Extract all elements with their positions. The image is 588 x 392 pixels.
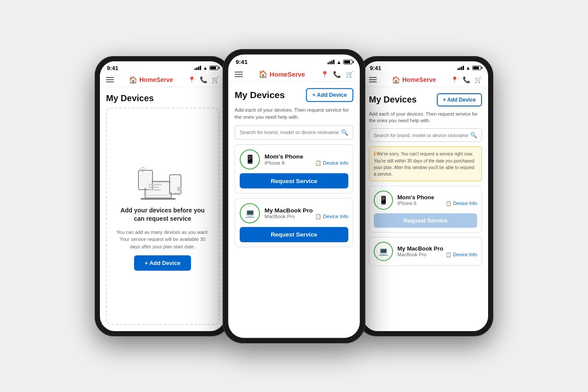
- status-bar-1: 9:41 ▲: [100, 61, 225, 73]
- status-icons-3: ▲: [457, 65, 481, 71]
- add-device-button-3[interactable]: + Add Device: [437, 93, 482, 106]
- logo-icon-3: 🏠: [392, 76, 400, 84]
- signal-icon-2: [328, 59, 335, 64]
- nav-bar-2: 🏠 HomeServe 📍 📞 🛒: [228, 67, 360, 81]
- device-name-2-2: My MacBook Pro: [265, 206, 348, 213]
- logo-icon-1: 🏠: [129, 76, 138, 84]
- search-bar-2[interactable]: 🔍: [235, 125, 354, 140]
- device-info-icon-2-1: 📋: [315, 159, 322, 166]
- device-info-3-1: Mom's Phone iPhone 8 📋 Device Info: [397, 194, 477, 206]
- cart-icon-2[interactable]: 🛒: [346, 70, 354, 78]
- device-info-2-1: Mom's Phone iPhone 8 📋 Device Info: [265, 153, 348, 166]
- request-service-btn-3-1: Request Service: [374, 213, 477, 228]
- svg-rect-2: [141, 198, 176, 200]
- device-info-2-2: My MacBook Pro MacBook Pro 📋 Device Info: [265, 206, 348, 219]
- device-info-icon-3-1: 📋: [446, 201, 452, 206]
- search-icon-2: 🔍: [341, 129, 348, 136]
- signal-icon-1: [195, 66, 201, 70]
- page-header-3: My Devices + Add Device: [369, 93, 482, 106]
- device-model-2-2: MacBook Pro: [265, 214, 295, 219]
- device-icon-3-2: 💻: [374, 242, 393, 261]
- page-header-1: My Devices: [106, 93, 219, 103]
- add-device-button-empty[interactable]: + Add Device: [134, 255, 191, 271]
- device-name-3-2: My MacBook Pro: [397, 245, 477, 252]
- warning-banner: ℹ We're sorry. You can't request a servi…: [369, 146, 482, 181]
- menu-button-3[interactable]: [369, 77, 377, 82]
- nav-bar-3: 🏠 HomeServe 📍 📞 🛒: [363, 73, 488, 87]
- device-model-3-1: iPhone 8: [397, 201, 416, 206]
- location-icon-2[interactable]: 📍: [321, 70, 329, 78]
- status-bar-2: 9:41 ▲: [228, 54, 360, 67]
- status-time-1: 9:41: [107, 65, 118, 71]
- search-input-3[interactable]: [374, 133, 470, 138]
- device-card-header-2-2: 💻 My MacBook Pro MacBook Pro 📋 Device In…: [240, 203, 348, 223]
- location-icon-3[interactable]: 📍: [451, 76, 458, 83]
- empty-subtitle: You can add as many devices as you want.…: [116, 229, 209, 251]
- device-icon-3-1: 📱: [374, 191, 393, 210]
- screen-content-1: My Devices: [100, 87, 225, 331]
- device-card-2-2: 💻 My MacBook Pro MacBook Pro 📋 Device In…: [235, 198, 354, 247]
- phone-icon-1[interactable]: 📞: [200, 76, 207, 83]
- search-bar-3[interactable]: 🔍: [369, 128, 482, 142]
- battery-icon-1: [209, 66, 218, 70]
- logo-1: 🏠 HomeServe: [129, 76, 173, 84]
- svg-rect-7: [139, 172, 152, 188]
- device-name-3-1: Mom's Phone: [397, 194, 477, 201]
- battery-icon-2: [343, 59, 352, 64]
- cart-icon-3[interactable]: 🛒: [475, 76, 482, 83]
- phone-2: 9:41 ▲: [223, 49, 365, 343]
- device-card-3-2: 💻 My MacBook Pro MacBook Pro 📋 Device In…: [369, 237, 482, 266]
- logo-text-1: HomeServe: [139, 76, 173, 83]
- empty-state: Add your devices before you can request …: [106, 108, 219, 325]
- device-model-row-2-1: iPhone 8 📋 Device Info: [265, 159, 348, 166]
- page-title-2: My Devices: [235, 89, 285, 100]
- search-icon-3: 🔍: [470, 132, 477, 138]
- device-model-2-1: iPhone 8: [265, 160, 285, 166]
- device-card-2-1: 📱 Mom's Phone iPhone 8 📋 Device Info: [235, 144, 354, 193]
- screen-content-2: My Devices + Add Device Add each of your…: [228, 81, 360, 338]
- logo-2: 🏠 HomeServe: [259, 70, 305, 78]
- device-model-3-2: MacBook Pro: [397, 252, 426, 257]
- search-input-2[interactable]: [240, 130, 341, 135]
- device-name-2-1: Mom's Phone: [265, 153, 348, 160]
- svg-point-11: [177, 187, 181, 191]
- nav-icons-2: 📍 📞 🛒: [321, 70, 354, 78]
- status-icons-1: ▲: [195, 65, 218, 71]
- phone-1: 9:41 ▲: [95, 56, 230, 336]
- device-model-row-2-2: MacBook Pro 📋 Device Info: [265, 213, 348, 219]
- logo-text-3: HomeServe: [402, 76, 436, 83]
- device-info-icon-2-2: 📋: [315, 213, 322, 219]
- status-time-2: 9:41: [236, 58, 248, 65]
- page-title-3: My Devices: [369, 95, 417, 105]
- empty-illustration: [136, 162, 189, 201]
- location-icon-1[interactable]: 📍: [188, 76, 195, 83]
- menu-button-2[interactable]: [235, 71, 243, 77]
- warning-icon: ℹ: [374, 151, 375, 156]
- screen-content-3: My Devices + Add Device Add each of your…: [363, 87, 488, 331]
- page-header-2: My Devices + Add Device: [235, 88, 354, 102]
- add-device-button-2[interactable]: + Add Device: [306, 88, 353, 102]
- device-info-link-3-2[interactable]: 📋 Device Info: [446, 252, 477, 258]
- phone-icon-2[interactable]: 📞: [333, 70, 341, 78]
- status-bar-3: 9:41 ▲: [363, 61, 488, 73]
- device-info-link-3-1[interactable]: 📋 Device Info: [446, 201, 477, 206]
- warning-text: We're sorry. You can't request a service…: [374, 152, 475, 177]
- device-info-link-2-2[interactable]: 📋 Device Info: [315, 213, 348, 219]
- device-icon-2-1: 📱: [240, 149, 260, 169]
- device-model-row-3-2: MacBook Pro 📋 Device Info: [397, 252, 477, 258]
- phone-3: 9:41 ▲: [358, 56, 493, 336]
- device-card-header-3-1: 📱 Mom's Phone iPhone 8 📋 Device Info: [374, 191, 477, 210]
- svg-rect-8: [149, 184, 162, 185]
- phone-icon-3[interactable]: 📞: [463, 76, 470, 83]
- device-info-link-2-1[interactable]: 📋 Device Info: [315, 159, 348, 166]
- menu-button-1[interactable]: [106, 77, 114, 82]
- svg-rect-10: [149, 189, 161, 191]
- cart-icon-1[interactable]: 🛒: [212, 76, 219, 83]
- wifi-icon-3: ▲: [466, 65, 471, 71]
- request-service-btn-2-1[interactable]: Request Service: [240, 173, 348, 188]
- status-icons-2: ▲: [328, 59, 353, 64]
- device-icon-2-2: 💻: [240, 203, 260, 223]
- logo-icon-2: 🏠: [259, 70, 268, 78]
- device-model-row-3-1: iPhone 8 📋 Device Info: [397, 201, 477, 206]
- request-service-btn-2-2[interactable]: Request Service: [240, 227, 348, 242]
